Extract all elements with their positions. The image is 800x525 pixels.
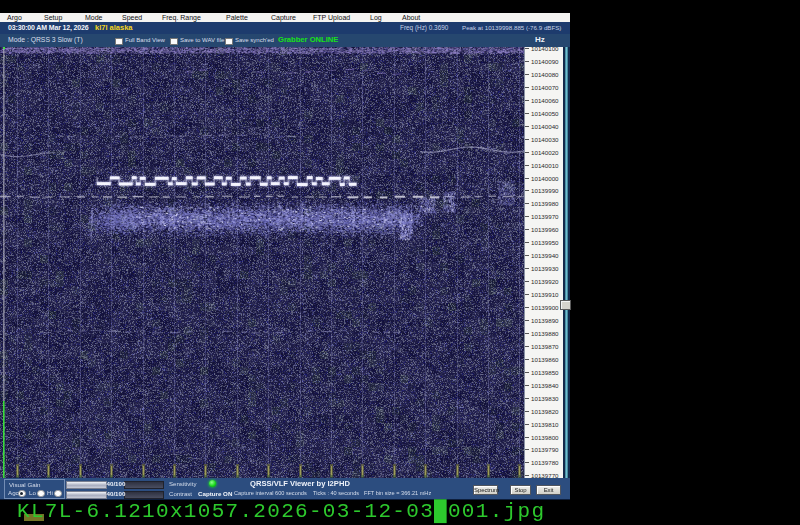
- freq-scale-label: 10139980: [525, 200, 563, 207]
- freq-scale-label: 10140020: [525, 149, 563, 156]
- mode-readout: Mode : QRSS 3 Slow (T): [8, 34, 83, 46]
- freq-scale-label: 10139870: [525, 343, 563, 350]
- visual-gain-hi-radio[interactable]: [54, 490, 62, 498]
- freq-scale-label: 10139830: [525, 395, 563, 402]
- menu-item-about[interactable]: About: [402, 13, 420, 22]
- control-panel: Visual Gain Agc Lo Hi 40/100 40/100 Sens…: [0, 478, 570, 500]
- freq-scale-label: 10140100: [525, 47, 563, 53]
- freq-scale-label: 10139910: [525, 291, 563, 298]
- freq-scale-label: 10139970: [525, 213, 563, 220]
- ticks-info: Ticks : 40 seconds: [313, 490, 359, 496]
- main-content: 1014010010140090101400801014007010140060…: [0, 47, 570, 478]
- capture-led-icon: [209, 480, 216, 487]
- cursor-freq-readout: Freq (Hz) 0.3690: [400, 22, 448, 34]
- app-title: QRSS/VLF Viewer by I2PHD: [250, 479, 350, 488]
- freq-scale-label: 10139840: [525, 382, 563, 389]
- contrast-value: 40/100: [107, 490, 126, 497]
- contrast-slider-groove[interactable]: [124, 491, 164, 499]
- frequency-scale: 1014010010140090101400801014007010140060…: [524, 47, 563, 481]
- argo-window: Argo Setup Mode Speed Freq. Range Palett…: [0, 13, 570, 500]
- menu-item-speed[interactable]: Speed: [122, 13, 142, 22]
- freq-scale-label: 10139860: [525, 356, 563, 363]
- save-to-wav-checkbox[interactable]: [170, 38, 178, 46]
- freq-scale-label: 10140000: [525, 175, 563, 182]
- freq-scale-label: 10139820: [525, 408, 563, 415]
- menu-item-argo[interactable]: Argo: [7, 13, 22, 22]
- sensitivity-slider-groove[interactable]: [124, 481, 164, 489]
- sensitivity-label: Sensitivity: [169, 480, 196, 487]
- scrollbar-thumb[interactable]: [560, 300, 571, 310]
- freq-scale-label: 10139960: [525, 226, 563, 233]
- freq-scale-label: 10140060: [525, 97, 563, 104]
- visual-gain-lo-label: Lo: [29, 489, 36, 496]
- screenshot-root: { "menu": {"items": ["Argo", "Setup", "M…: [0, 0, 800, 525]
- freq-scale-label: 10139790: [525, 446, 563, 453]
- freq-scale-label: 10140090: [525, 58, 563, 65]
- visual-gain-agc-radio[interactable]: [18, 490, 26, 498]
- toolbar: Mode : QRSS 3 Slow (T) Full Band View Sa…: [0, 34, 570, 47]
- grabber-status: Grabber ONLINE: [278, 34, 338, 46]
- save-synched-checkbox[interactable]: [225, 38, 233, 46]
- freq-scale-label: 10139920: [525, 278, 563, 285]
- contrast-slider[interactable]: [66, 491, 107, 499]
- spectrogram-display[interactable]: [0, 47, 524, 478]
- datetime-readout: 03:30:00 AM Mar 12, 2026: [8, 22, 89, 34]
- freq-scale-label: 10139940: [525, 252, 563, 259]
- full-band-view-label: Full Band View: [125, 34, 165, 46]
- menu-item-log[interactable]: Log: [370, 13, 382, 22]
- freq-scale-label: 10139890: [525, 317, 563, 324]
- capture-state: Capture ON: [198, 490, 232, 497]
- freq-scale-label: 10140030: [525, 136, 563, 143]
- freq-scale-label: 10139880: [525, 330, 563, 337]
- menu-item-mode[interactable]: Mode: [85, 13, 103, 22]
- freq-scale-label: 10139950: [525, 239, 563, 246]
- menu-item-freq-range[interactable]: Freq. Range: [162, 13, 201, 22]
- sensitivity-slider[interactable]: [66, 481, 107, 489]
- freq-scale-label: 10139800: [525, 434, 563, 441]
- contrast-label: Contrast: [169, 490, 192, 497]
- visual-gain-label: Visual Gain: [9, 481, 41, 488]
- freq-scale-label: 10139780: [525, 459, 563, 466]
- spectrum-button[interactable]: Spectrum: [473, 485, 498, 495]
- scrollbar-track[interactable]: [565, 47, 569, 479]
- grabber-filename-caption: KL7L-6.1210x1057.2026-03-12-03█001.jpg: [17, 501, 545, 523]
- freq-scale-label: 10140050: [525, 110, 563, 117]
- freq-scale-label: 10140070: [525, 84, 563, 91]
- freq-scale-label: 10140040: [525, 123, 563, 130]
- visual-gain-groupbox: Visual Gain Agc Lo Hi: [4, 479, 65, 499]
- save-to-wav-label: Save to WAV file: [180, 34, 224, 46]
- freq-offset-scrollbar: [563, 47, 570, 479]
- freq-scale-label: 10139990: [525, 187, 563, 194]
- freq-scale-label: 10140080: [525, 71, 563, 78]
- freq-scale-label: 10139810: [525, 421, 563, 428]
- freq-scale-label: 10140010: [525, 162, 563, 169]
- menu-item-setup[interactable]: Setup: [44, 13, 62, 22]
- capture-interval-info: Capture interval 600 seconds: [234, 490, 307, 496]
- freq-scale-label: 10139900: [525, 304, 563, 311]
- status-bar: 03:30:00 AM Mar 12, 2026 kl7l alaska Fre…: [0, 22, 570, 34]
- visual-gain-hi-label: Hi: [47, 489, 53, 496]
- sensitivity-value: 40/100: [107, 480, 126, 487]
- exit-button[interactable]: Exit: [536, 485, 561, 495]
- freq-scale-label: 10139930: [525, 265, 563, 272]
- menu-bar: Argo Setup Mode Speed Freq. Range Palett…: [0, 13, 570, 22]
- visual-gain-lo-radio[interactable]: [37, 490, 45, 498]
- station-callsign: kl7l alaska: [95, 22, 133, 34]
- stop-button[interactable]: Stop: [510, 485, 531, 495]
- peak-readout: Peak at 10139998.885 (-76.9 dBFS): [462, 22, 561, 34]
- save-synched-label: Save synch'ed: [235, 34, 274, 46]
- fft-bin-info: FFT bin size = 366.21 mHz: [364, 490, 431, 496]
- menu-item-capture[interactable]: Capture: [271, 13, 296, 22]
- menu-item-ftp-upload[interactable]: FTP Upload: [313, 13, 350, 22]
- scale-unit-label: Hz: [535, 34, 545, 46]
- menu-item-palette[interactable]: Palette: [226, 13, 248, 22]
- freq-scale-label: 10139850: [525, 369, 563, 376]
- full-band-view-checkbox[interactable]: [115, 38, 123, 46]
